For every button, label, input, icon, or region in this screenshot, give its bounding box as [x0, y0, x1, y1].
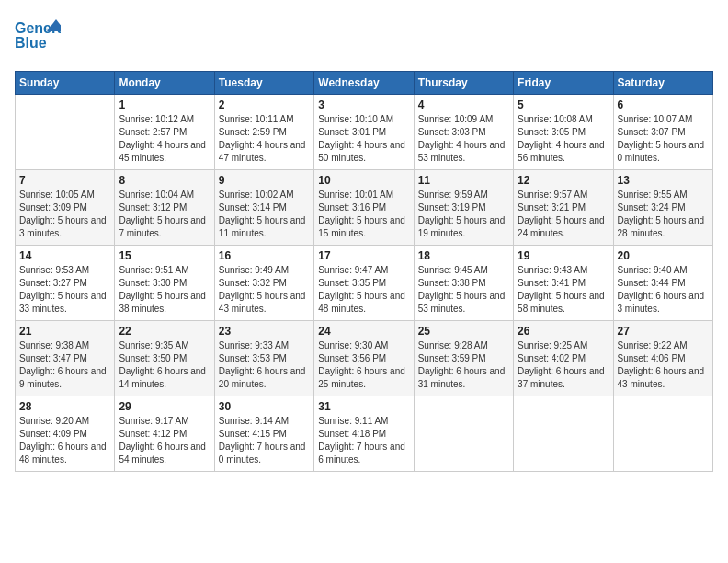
calendar-cell: 2Sunrise: 10:11 AM Sunset: 2:59 PM Dayli… — [214, 95, 313, 170]
day-number: 27 — [618, 325, 709, 338]
day-info: Sunrise: 9:49 AM Sunset: 3:32 PM Dayligh… — [219, 264, 310, 316]
day-number: 24 — [318, 325, 409, 338]
calendar-week-2: 7Sunrise: 10:05 AM Sunset: 3:09 PM Dayli… — [16, 170, 713, 246]
calendar-cell: 29Sunrise: 9:17 AM Sunset: 4:12 PM Dayli… — [115, 396, 214, 472]
logo-icon: General Blue — [15, 15, 61, 56]
day-info: Sunrise: 10:07 AM Sunset: 3:07 PM Daylig… — [618, 113, 709, 165]
day-info: Sunrise: 9:14 AM Sunset: 4:15 PM Dayligh… — [219, 415, 310, 466]
day-info: Sunrise: 9:38 AM Sunset: 3:47 PM Dayligh… — [19, 339, 110, 391]
calendar-cell: 9Sunrise: 10:02 AM Sunset: 3:14 PM Dayli… — [214, 170, 313, 246]
calendar-cell: 22Sunrise: 9:35 AM Sunset: 3:50 PM Dayli… — [115, 321, 214, 396]
calendar-cell: 23Sunrise: 9:33 AM Sunset: 3:53 PM Dayli… — [214, 321, 313, 396]
day-number: 28 — [19, 400, 110, 413]
day-info: Sunrise: 9:30 AM Sunset: 3:56 PM Dayligh… — [318, 339, 409, 391]
day-info: Sunrise: 9:11 AM Sunset: 4:18 PM Dayligh… — [318, 415, 409, 466]
day-info: Sunrise: 9:47 AM Sunset: 3:35 PM Dayligh… — [318, 264, 409, 316]
day-number: 26 — [518, 325, 609, 338]
day-number: 7 — [19, 174, 110, 187]
day-number: 30 — [219, 400, 310, 413]
day-number: 17 — [318, 249, 409, 262]
day-number: 9 — [219, 174, 310, 187]
calendar-cell: 25Sunrise: 9:28 AM Sunset: 3:59 PM Dayli… — [414, 321, 513, 396]
day-info: Sunrise: 9:57 AM Sunset: 3:21 PM Dayligh… — [518, 189, 609, 240]
weekday-header-sunday: Sunday — [16, 72, 115, 95]
day-info: Sunrise: 10:04 AM Sunset: 3:12 PM Daylig… — [119, 189, 210, 240]
weekday-header-tuesday: Tuesday — [214, 72, 313, 95]
day-number: 16 — [219, 249, 310, 262]
weekday-header-saturday: Saturday — [613, 72, 712, 95]
day-number: 31 — [318, 400, 409, 413]
day-info: Sunrise: 9:28 AM Sunset: 3:59 PM Dayligh… — [418, 339, 509, 391]
calendar-cell: 18Sunrise: 9:45 AM Sunset: 3:38 PM Dayli… — [414, 246, 513, 321]
calendar-cell: 31Sunrise: 9:11 AM Sunset: 4:18 PM Dayli… — [314, 396, 414, 472]
calendar-cell: 28Sunrise: 9:20 AM Sunset: 4:09 PM Dayli… — [16, 396, 115, 472]
calendar-cell — [16, 95, 115, 170]
day-info: Sunrise: 9:35 AM Sunset: 3:50 PM Dayligh… — [119, 339, 210, 391]
day-number: 21 — [19, 325, 110, 338]
day-number: 2 — [219, 98, 310, 111]
calendar-cell: 6Sunrise: 10:07 AM Sunset: 3:07 PM Dayli… — [613, 95, 712, 170]
calendar-cell: 1Sunrise: 10:12 AM Sunset: 2:57 PM Dayli… — [115, 95, 214, 170]
day-number: 10 — [318, 174, 409, 187]
day-info: Sunrise: 9:53 AM Sunset: 3:27 PM Dayligh… — [19, 264, 110, 316]
weekday-header-thursday: Thursday — [414, 72, 513, 95]
calendar-week-1: 1Sunrise: 10:12 AM Sunset: 2:57 PM Dayli… — [16, 95, 713, 170]
calendar-cell: 21Sunrise: 9:38 AM Sunset: 3:47 PM Dayli… — [16, 321, 115, 396]
day-info: Sunrise: 9:43 AM Sunset: 3:41 PM Dayligh… — [518, 264, 609, 316]
day-info: Sunrise: 9:17 AM Sunset: 4:12 PM Dayligh… — [119, 415, 210, 466]
day-number: 20 — [618, 249, 709, 262]
day-number: 4 — [418, 98, 509, 111]
logo: General Blue — [15, 15, 61, 60]
day-number: 25 — [418, 325, 509, 338]
day-number: 14 — [19, 249, 110, 262]
day-info: Sunrise: 10:09 AM Sunset: 3:03 PM Daylig… — [418, 113, 509, 165]
calendar-cell: 24Sunrise: 9:30 AM Sunset: 3:56 PM Dayli… — [314, 321, 414, 396]
day-info: Sunrise: 9:22 AM Sunset: 4:06 PM Dayligh… — [618, 339, 709, 391]
calendar-cell: 8Sunrise: 10:04 AM Sunset: 3:12 PM Dayli… — [115, 170, 214, 246]
day-number: 11 — [418, 174, 509, 187]
calendar-cell: 27Sunrise: 9:22 AM Sunset: 4:06 PM Dayli… — [613, 321, 712, 396]
day-number: 23 — [219, 325, 310, 338]
calendar-cell: 13Sunrise: 9:55 AM Sunset: 3:24 PM Dayli… — [613, 170, 712, 246]
day-info: Sunrise: 9:45 AM Sunset: 3:38 PM Dayligh… — [418, 264, 509, 316]
day-number: 15 — [119, 249, 210, 262]
calendar-cell: 4Sunrise: 10:09 AM Sunset: 3:03 PM Dayli… — [414, 95, 513, 170]
day-number: 18 — [418, 249, 509, 262]
day-info: Sunrise: 10:01 AM Sunset: 3:16 PM Daylig… — [318, 189, 409, 240]
calendar-cell: 11Sunrise: 9:59 AM Sunset: 3:19 PM Dayli… — [414, 170, 513, 246]
weekday-header-monday: Monday — [115, 72, 214, 95]
day-info: Sunrise: 10:05 AM Sunset: 3:09 PM Daylig… — [19, 189, 110, 240]
calendar-cell: 17Sunrise: 9:47 AM Sunset: 3:35 PM Dayli… — [314, 246, 414, 321]
day-number: 5 — [518, 98, 609, 111]
day-info: Sunrise: 9:40 AM Sunset: 3:44 PM Dayligh… — [618, 264, 709, 316]
day-info: Sunrise: 9:25 AM Sunset: 4:02 PM Dayligh… — [518, 339, 609, 391]
day-number: 19 — [518, 249, 609, 262]
day-info: Sunrise: 9:33 AM Sunset: 3:53 PM Dayligh… — [219, 339, 310, 391]
day-number: 3 — [318, 98, 409, 111]
day-info: Sunrise: 9:51 AM Sunset: 3:30 PM Dayligh… — [119, 264, 210, 316]
day-number: 6 — [618, 98, 709, 111]
day-number: 13 — [618, 174, 709, 187]
calendar-cell: 10Sunrise: 10:01 AM Sunset: 3:16 PM Dayl… — [314, 170, 414, 246]
calendar-cell: 7Sunrise: 10:05 AM Sunset: 3:09 PM Dayli… — [16, 170, 115, 246]
day-info: Sunrise: 10:10 AM Sunset: 3:01 PM Daylig… — [318, 113, 409, 165]
weekday-header-friday: Friday — [514, 72, 613, 95]
calendar-cell: 5Sunrise: 10:08 AM Sunset: 3:05 PM Dayli… — [514, 95, 613, 170]
day-number: 22 — [119, 325, 210, 338]
calendar-cell: 12Sunrise: 9:57 AM Sunset: 3:21 PM Dayli… — [514, 170, 613, 246]
day-info: Sunrise: 10:02 AM Sunset: 3:14 PM Daylig… — [219, 189, 310, 240]
calendar-week-3: 14Sunrise: 9:53 AM Sunset: 3:27 PM Dayli… — [16, 246, 713, 321]
calendar-cell — [414, 396, 513, 472]
day-info: Sunrise: 10:08 AM Sunset: 3:05 PM Daylig… — [518, 113, 609, 165]
day-info: Sunrise: 9:55 AM Sunset: 3:24 PM Dayligh… — [618, 189, 709, 240]
svg-text:Blue: Blue — [15, 35, 47, 51]
day-info: Sunrise: 10:11 AM Sunset: 2:59 PM Daylig… — [219, 113, 310, 165]
calendar-cell — [514, 396, 613, 472]
day-number: 1 — [119, 98, 210, 111]
calendar-cell: 30Sunrise: 9:14 AM Sunset: 4:15 PM Dayli… — [214, 396, 313, 472]
day-info: Sunrise: 9:20 AM Sunset: 4:09 PM Dayligh… — [19, 415, 110, 466]
calendar-cell: 3Sunrise: 10:10 AM Sunset: 3:01 PM Dayli… — [314, 95, 414, 170]
calendar-cell: 19Sunrise: 9:43 AM Sunset: 3:41 PM Dayli… — [514, 246, 613, 321]
header: General Blue — [15, 15, 713, 60]
calendar-cell — [613, 396, 712, 472]
